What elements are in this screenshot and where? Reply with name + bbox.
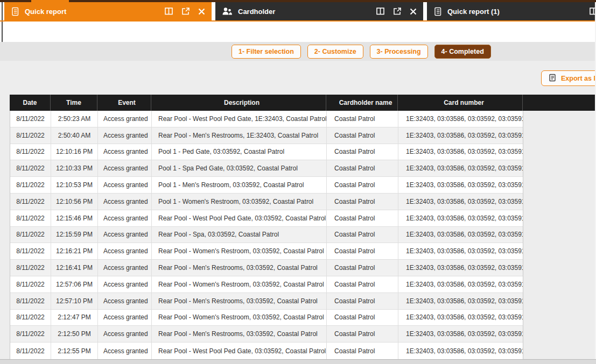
split-view-icon[interactable] bbox=[165, 8, 173, 15]
cell-date: 8/11/2022 bbox=[10, 111, 51, 127]
table-row[interactable]: 8/11/202212:10:16 PMAccess grantedPool 1… bbox=[10, 144, 523, 161]
cell-card-number: 1E:32403, 03:03586, 03:03592, 03:03591 bbox=[398, 293, 523, 309]
export-pdf-label: Export as PDF bbox=[561, 75, 596, 82]
column-header-date[interactable]: Date bbox=[10, 95, 50, 111]
cell-card-number: 1E:32403, 03:03586, 03:03592, 03:03591 bbox=[398, 144, 523, 160]
cell-card-number: 1E:32403, 03:03586, 03:03592, 03:03591 bbox=[398, 276, 523, 292]
popout-icon[interactable] bbox=[393, 8, 402, 15]
cell-time: 12:10:33 PM bbox=[51, 160, 97, 176]
table-row[interactable]: 8/11/20222:50:40 AMAccess grantedRear Po… bbox=[10, 127, 523, 144]
column-header-time[interactable]: Time bbox=[50, 95, 97, 111]
cell-event: Access granted bbox=[97, 243, 151, 259]
table-row[interactable]: 8/11/202212:16:41 PMAccess grantedRear P… bbox=[10, 260, 523, 276]
cell-event: Access granted bbox=[97, 144, 151, 160]
cell-time: 2:12:47 PM bbox=[51, 310, 97, 326]
cell-date: 8/11/2022 bbox=[10, 326, 51, 342]
cell-time: 12:57:06 PM bbox=[51, 276, 97, 292]
cell-event: Access granted bbox=[97, 160, 151, 176]
cell-description: Pool 1 - Women's Restroom, 03:03592, Coa… bbox=[151, 194, 326, 210]
cell-card-number: 1E:32403, 03:03586, 03:03592, 03:03591 bbox=[398, 177, 523, 193]
cell-description: Rear Pool - Men's Restrooms, 03:03592, C… bbox=[151, 326, 326, 342]
cell-cardholder-name: Coastal Patrol bbox=[326, 276, 398, 292]
column-header-filler bbox=[522, 95, 595, 111]
split-view-icon[interactable] bbox=[376, 8, 385, 15]
column-header-event[interactable]: Event bbox=[97, 95, 151, 111]
cell-card-number: 1E:32403, 03:03586, 03:03592, 03:03591 bbox=[398, 326, 523, 342]
cell-description: Rear Pool - Women's Restroom, 03:03592, … bbox=[151, 276, 326, 292]
cell-date: 8/11/2022 bbox=[10, 177, 51, 193]
table-body: 8/11/20222:50:23 AMAccess grantedRear Po… bbox=[10, 111, 523, 360]
table-header: DateTimeEventDescriptionCardholder nameC… bbox=[10, 95, 595, 111]
table-row[interactable]: 8/11/202212:10:53 PMAccess grantedPool 1… bbox=[10, 177, 523, 194]
close-icon[interactable] bbox=[198, 8, 205, 15]
cell-card-number: 1E:32403, 03:03586, 03:03592, 03:03591 bbox=[398, 310, 523, 326]
column-header-cardholder-name[interactable]: Cardholder name bbox=[326, 95, 397, 111]
table-row[interactable]: 8/11/20222:12:47 PMAccess grantedRear Po… bbox=[10, 310, 523, 326]
tab-label: Quick report bbox=[25, 8, 66, 16]
cell-description: Rear Pool - Men's Restrooms, 03:03592, C… bbox=[151, 260, 326, 276]
cell-time: 12:10:53 PM bbox=[51, 177, 97, 193]
cell-cardholder-name: Coastal Patrol bbox=[326, 144, 398, 160]
cell-description: Pool 1 - Ped Gate, 03:03592, Coastal Pat… bbox=[151, 144, 326, 160]
table-row[interactable]: 8/11/20222:12:55 PMAccess grantedRear Po… bbox=[10, 342, 523, 359]
cell-event: Access granted bbox=[97, 276, 151, 292]
cell-description: Pool 1 - Men's Restroom, 03:03592, Coast… bbox=[151, 177, 326, 193]
tab-quick-report-1[interactable]: Quick report (1) bbox=[427, 2, 596, 20]
cell-date: 8/11/2022 bbox=[10, 276, 51, 292]
table-row[interactable]: 8/11/202212:16:21 PMAccess grantedRear P… bbox=[10, 243, 523, 260]
table-row[interactable]: 8/11/20222:50:23 AMAccess grantedRear Po… bbox=[10, 111, 523, 127]
table-row[interactable]: 8/11/202212:10:56 PMAccess grantedPool 1… bbox=[10, 194, 523, 210]
table-row[interactable]: 8/11/202212:10:33 PMAccess grantedPool 1… bbox=[10, 160, 523, 177]
cardholder-icon bbox=[222, 7, 233, 16]
cell-description: Rear Pool - Women's Restroom, 03:03592, … bbox=[151, 243, 326, 259]
table-row[interactable]: 8/11/202212:57:06 PMAccess grantedRear P… bbox=[10, 276, 523, 293]
cell-date: 8/11/2022 bbox=[10, 210, 51, 226]
close-icon[interactable] bbox=[410, 8, 417, 15]
cell-event: Access granted bbox=[97, 194, 151, 210]
cell-time: 2:50:40 AM bbox=[51, 127, 97, 144]
tab-bar-underline bbox=[0, 20, 596, 22]
cell-time: 12:16:21 PM bbox=[51, 243, 97, 259]
tab-label: Cardholder bbox=[238, 8, 275, 16]
cell-card-number: 1E:32403, 03:03586, 03:03592, 03:03591 bbox=[398, 260, 523, 276]
cell-time: 12:15:46 PM bbox=[51, 210, 97, 226]
cell-description: Rear Pool - West Pool Ped Gate, 1E:32403… bbox=[151, 111, 326, 127]
cell-description: Rear Pool - Women's Restroom, 03:03592, … bbox=[151, 310, 326, 326]
cell-description: Rear Pool - Spa, 03:03592, Coastal Patro… bbox=[151, 227, 326, 243]
tab-quick-report[interactable]: Quick report bbox=[4, 2, 212, 20]
cell-date: 8/11/2022 bbox=[10, 127, 51, 144]
table-row[interactable]: 8/11/202212:15:46 PMAccess grantedRear P… bbox=[10, 210, 523, 227]
tab-cardholder[interactable]: Cardholder bbox=[215, 2, 423, 20]
cell-cardholder-name: Coastal Patrol bbox=[326, 111, 398, 127]
report-icon bbox=[11, 7, 19, 16]
cell-date: 8/11/2022 bbox=[10, 243, 51, 259]
cell-card-number: 1E:32403, 03:03586, 03:03592, 03:03591 bbox=[398, 342, 523, 359]
cell-card-number: 1E:32403, 03:03586, 03:03592, 03:03591 bbox=[398, 160, 523, 176]
cell-cardholder-name: Coastal Patrol bbox=[326, 342, 398, 359]
cell-cardholder-name: Coastal Patrol bbox=[326, 260, 398, 276]
report-icon bbox=[433, 7, 442, 16]
cell-cardholder-name: Coastal Patrol bbox=[326, 326, 398, 342]
cell-time: 2:50:23 AM bbox=[51, 111, 97, 127]
column-header-card-number[interactable]: Card number bbox=[397, 95, 522, 111]
cell-card-number: 1E:32403, 03:03586, 03:03592, 03:03591 bbox=[398, 227, 523, 243]
table-row[interactable]: 8/11/202212:57:10 PMAccess grantedRear P… bbox=[10, 293, 523, 310]
cell-description: Rear Pool - Men's Restrooms, 03:03592, C… bbox=[151, 293, 326, 309]
cell-event: Access granted bbox=[97, 111, 151, 127]
cell-card-number: 1E:32403, 03:03586, 03:03592, 03:03591 bbox=[398, 210, 523, 226]
cell-date: 8/11/2022 bbox=[10, 342, 51, 359]
step-processing[interactable]: 3- Processing bbox=[370, 45, 428, 59]
table-row[interactable]: 8/11/202212:15:59 PMAccess grantedRear P… bbox=[10, 227, 523, 244]
cell-cardholder-name: Coastal Patrol bbox=[326, 127, 398, 144]
cell-event: Access granted bbox=[97, 177, 151, 193]
table-row[interactable]: 8/11/20222:12:50 PMAccess grantedRear Po… bbox=[10, 326, 523, 342]
step-filter-selection[interactable]: 1- Filter selection bbox=[232, 45, 301, 59]
cell-cardholder-name: Coastal Patrol bbox=[326, 210, 398, 226]
export-pdf-button[interactable]: Export as PDF bbox=[541, 70, 596, 86]
step-completed[interactable]: 4- Completed bbox=[434, 45, 491, 59]
cell-event: Access granted bbox=[97, 326, 151, 342]
column-header-description[interactable]: Description bbox=[151, 95, 326, 111]
step-customize[interactable]: 2- Customize bbox=[307, 45, 363, 59]
popout-icon[interactable] bbox=[181, 8, 190, 15]
window-bottom-bar bbox=[0, 359, 596, 364]
